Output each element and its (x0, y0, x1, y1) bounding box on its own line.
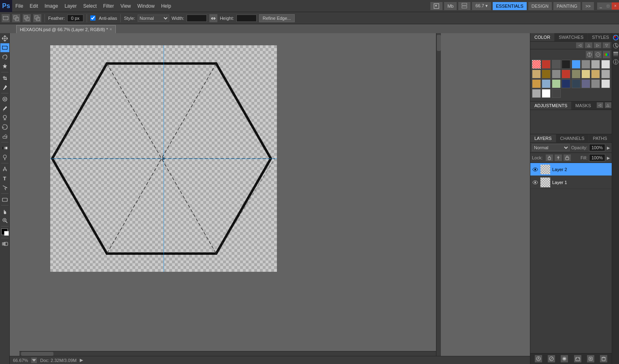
feather-input[interactable] (67, 15, 83, 22)
doc-tab[interactable]: HEXAGON.psd @ 66.7% (Layer 2, RGB/8) * × (16, 25, 116, 33)
swatch-slate[interactable] (581, 79, 590, 88)
status-options-btn[interactable] (31, 358, 37, 363)
scrollbar-thumb-h[interactable] (21, 352, 53, 356)
marquee-tool[interactable] (0, 43, 9, 52)
swatch-white[interactable] (542, 89, 551, 98)
hand-tool[interactable] (0, 207, 9, 216)
swatch-navy[interactable] (562, 79, 570, 88)
swatch-darkteal[interactable] (572, 79, 581, 88)
style-select[interactable]: Normal Fixed Ratio Fixed Size (138, 15, 169, 22)
more-workspaces-btn[interactable]: >> (582, 2, 594, 10)
mb-btn[interactable]: Mb (444, 2, 457, 10)
essentials-btn[interactable]: ESSENTIALS (493, 2, 527, 10)
tab-styles[interactable]: STYLES (588, 33, 612, 41)
menu-select[interactable]: Select (80, 0, 100, 12)
tab-swatches[interactable]: SWATCHES (555, 33, 588, 41)
layer-2-visibility[interactable] (532, 166, 538, 173)
refine-edge-button[interactable]: Refine Edge... (259, 14, 295, 22)
quick-mask-tool[interactable] (0, 239, 9, 248)
minimize-btn[interactable]: _ (597, 2, 604, 10)
clone-stamp-tool[interactable] (0, 113, 9, 122)
brush-tool[interactable] (0, 104, 9, 113)
panel-icon-color[interactable] (613, 35, 619, 41)
zoom-btn[interactable]: 66.7 ▾ (472, 2, 491, 10)
panel-ctrl-1[interactable]: ◁ (576, 42, 583, 48)
lock-position-btn[interactable] (555, 154, 562, 161)
blend-mode-select[interactable]: Normal Multiply Screen (532, 144, 570, 151)
panel-icon-info[interactable] (613, 59, 619, 66)
swatch-gray[interactable] (581, 60, 590, 69)
tab-layers[interactable]: LAYERS (530, 134, 556, 142)
magic-wand-tool[interactable] (0, 62, 9, 71)
swatch-sage[interactable] (552, 79, 561, 88)
swatch-tan[interactable] (532, 70, 541, 78)
menu-layer[interactable]: Layer (61, 0, 80, 12)
panel-ctrl-2[interactable]: △ (585, 42, 592, 48)
menu-filter[interactable]: Filter (100, 0, 117, 12)
swatch-gray3[interactable] (591, 79, 600, 88)
eraser-tool[interactable] (0, 132, 9, 141)
status-arrow[interactable]: ▶ (80, 358, 83, 363)
swatch-lightgray[interactable] (601, 70, 610, 78)
pen-tool[interactable] (0, 165, 9, 174)
layer-styles-btn[interactable] (535, 355, 542, 362)
panel-icon-history[interactable] (613, 43, 619, 49)
new-group-btn[interactable] (574, 355, 581, 362)
zoom-tool[interactable] (0, 216, 9, 225)
adjustment-layer-btn[interactable] (561, 355, 568, 362)
eyedropper-tool[interactable] (0, 83, 9, 92)
tab-color[interactable]: COLOR (530, 33, 555, 41)
adj-ctrl-2[interactable]: △ (605, 102, 611, 108)
canvas-scrollbar-vertical[interactable] (436, 33, 441, 356)
mode-btn[interactable] (430, 2, 442, 10)
height-input[interactable] (236, 15, 257, 22)
layer-mask-btn[interactable] (548, 355, 555, 362)
background-color[interactable] (4, 231, 9, 236)
adj-ctrl-1[interactable]: ◁ (597, 102, 603, 108)
spectrum-icon[interactable] (603, 51, 610, 58)
doc-tab-close[interactable]: × (110, 27, 112, 32)
crop-tool[interactable] (0, 74, 9, 83)
marquee-intersect-icon[interactable] (33, 14, 41, 22)
width-input[interactable] (187, 15, 207, 22)
swatch-dark-gray[interactable] (552, 60, 561, 69)
opacity-input[interactable] (589, 144, 605, 151)
lock-pixels-btn[interactable] (546, 154, 553, 161)
swatch-transparent[interactable] (532, 60, 541, 69)
gradient-tool[interactable] (0, 144, 9, 152)
panel-ctrl-3[interactable]: ▷ (594, 42, 601, 48)
anti-alias-checkbox[interactable] (90, 15, 96, 21)
swatch-black[interactable] (562, 60, 570, 69)
panel-ctrl-4[interactable]: ▽ (603, 42, 610, 48)
menu-view[interactable]: View (117, 0, 134, 12)
swatch-blue[interactable] (572, 60, 581, 69)
tab-channels[interactable]: CHANNELS (556, 134, 589, 142)
swatch-gold[interactable] (591, 70, 600, 78)
opacity-arrow[interactable]: ▶ (607, 146, 610, 150)
spot-heal-tool[interactable] (0, 95, 9, 104)
menu-window[interactable]: Window (134, 0, 158, 12)
swatch-medgray[interactable] (552, 70, 561, 78)
foreground-background-colors[interactable] (0, 228, 9, 237)
layer-item-2[interactable]: Layer 2 (530, 163, 612, 176)
maximize-btn[interactable]: □ (604, 2, 612, 10)
swatch-darkgold[interactable] (532, 79, 541, 88)
lasso-tool[interactable] (0, 53, 9, 61)
swatch-pale[interactable] (601, 60, 610, 69)
menu-help[interactable]: Help (158, 0, 174, 12)
delete-layer-btn[interactable] (600, 355, 607, 362)
menu-edit[interactable]: Edit (26, 0, 41, 12)
new-layer-btn[interactable] (587, 355, 594, 362)
swatch-red[interactable] (542, 60, 551, 69)
menu-image[interactable]: Image (41, 0, 61, 12)
marquee-add-icon[interactable] (12, 14, 20, 22)
scrollbar-thumb-v[interactable] (437, 35, 441, 51)
tab-paths[interactable]: PATHS (589, 134, 612, 142)
fill-arrow[interactable]: ▶ (607, 156, 610, 160)
layer-item-1[interactable]: Layer 1 (530, 176, 612, 189)
swap-dimensions-icon[interactable]: ⇔ (209, 14, 217, 22)
move-tool[interactable] (0, 34, 9, 43)
tab-adjustments[interactable]: ADJUSTMENTS (530, 102, 571, 110)
swatch-steelblue[interactable] (542, 79, 551, 88)
painting-btn[interactable]: PAINTING (553, 2, 581, 10)
